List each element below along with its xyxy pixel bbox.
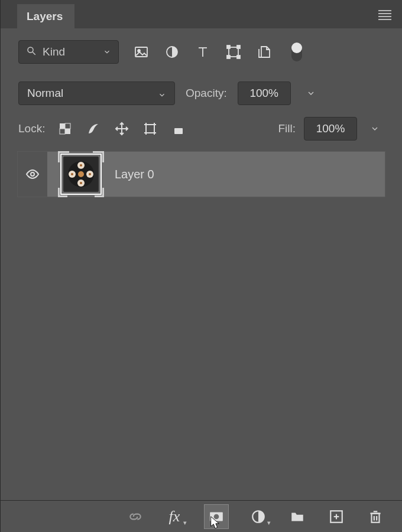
svg-point-38 [71, 173, 73, 175]
chevron-down-icon [103, 48, 111, 56]
filter-pixel-icon[interactable] [133, 44, 150, 60]
svg-rect-2 [135, 47, 147, 57]
svg-rect-46 [372, 513, 380, 522]
fill-value: 100% [316, 122, 345, 135]
add-mask-icon[interactable] [205, 505, 228, 528]
svg-rect-18 [146, 125, 154, 133]
svg-rect-8 [227, 45, 230, 48]
filter-adjustment-icon[interactable] [164, 44, 180, 60]
layer-name[interactable]: Layer 0 [115, 168, 154, 181]
layers-panel: Layers Kind [0, 0, 402, 532]
svg-point-28 [31, 172, 34, 176]
svg-point-41 [214, 514, 219, 519]
opacity-input[interactable]: 100% [238, 81, 291, 105]
blend-mode-select[interactable]: Normal [18, 81, 175, 105]
tab-layers[interactable]: Layers [17, 4, 74, 29]
visibility-toggle[interactable] [18, 152, 47, 197]
layer-thumbnail[interactable] [60, 154, 102, 195]
panel-tabbar: Layers [1, 0, 402, 28]
svg-rect-10 [227, 56, 230, 58]
svg-point-35 [78, 171, 84, 177]
adjustment-layer-icon[interactable]: ▾ [249, 508, 267, 526]
svg-rect-12 [60, 123, 65, 129]
filter-kind-label: Kind [43, 45, 65, 58]
svg-rect-13 [65, 123, 70, 129]
lock-label: Lock: [18, 122, 45, 135]
opacity-label: Opacity: [186, 87, 227, 100]
fill-input[interactable]: 100% [304, 117, 357, 141]
layer-row[interactable]: Layer 0 [17, 151, 385, 197]
svg-rect-27 [174, 128, 183, 134]
lock-row: Lock: Fill: 100% [1, 111, 402, 146]
layers-list: Layer 0 [1, 146, 402, 500]
chevron-down-icon [158, 89, 166, 97]
new-group-icon[interactable] [288, 508, 306, 526]
delete-layer-icon[interactable] [367, 508, 384, 526]
svg-line-1 [33, 52, 35, 55]
filter-kind-select[interactable]: Kind [18, 40, 119, 64]
opacity-chevron[interactable] [302, 81, 320, 105]
layer-filter-row: Kind [1, 28, 402, 76]
svg-point-39 [89, 173, 91, 175]
svg-rect-14 [60, 129, 65, 134]
panel-menu-icon[interactable] [378, 8, 391, 21]
layer-style-icon[interactable]: fx▾ [166, 508, 183, 526]
svg-point-37 [80, 182, 82, 184]
fill-label: Fill: [278, 122, 296, 135]
opacity-value: 100% [249, 87, 278, 100]
lock-transparency-icon[interactable] [57, 120, 73, 137]
filter-smartobject-icon[interactable] [256, 44, 273, 60]
blend-mode-value: Normal [27, 87, 63, 100]
svg-point-36 [80, 164, 82, 167]
new-layer-icon[interactable] [328, 508, 345, 526]
svg-rect-15 [65, 129, 70, 134]
bottom-toolbar: fx▾ ▾ [1, 500, 402, 532]
svg-rect-9 [237, 45, 240, 48]
fill-chevron[interactable] [365, 117, 384, 141]
panel-content: Kind [1, 28, 402, 500]
lock-artboard-icon[interactable] [142, 120, 158, 137]
filter-type-icon[interactable] [194, 44, 211, 60]
filter-toggle[interactable] [291, 43, 302, 61]
search-icon [26, 45, 37, 58]
svg-rect-11 [237, 56, 240, 58]
svg-point-0 [28, 47, 33, 53]
link-layers-icon[interactable] [127, 508, 144, 526]
lock-pixels-icon[interactable] [85, 120, 102, 137]
lock-all-icon[interactable] [170, 120, 187, 137]
lock-position-icon[interactable] [114, 120, 130, 137]
filter-shape-icon[interactable] [225, 44, 242, 60]
blend-row: Normal Opacity: 100% [1, 76, 402, 111]
